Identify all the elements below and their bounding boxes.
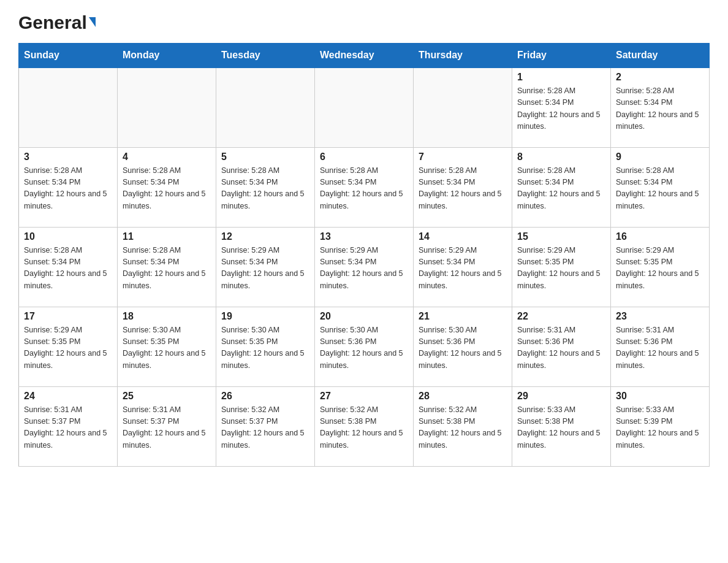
header-saturday: Saturday: [611, 44, 710, 68]
table-row: 16Sunrise: 5:29 AM Sunset: 5:35 PM Dayli…: [611, 227, 710, 307]
day-info: Sunrise: 5:32 AM Sunset: 5:38 PM Dayligh…: [320, 404, 408, 452]
calendar-week-row: 10Sunrise: 5:28 AM Sunset: 5:34 PM Dayli…: [19, 227, 710, 307]
table-row: 29Sunrise: 5:33 AM Sunset: 5:38 PM Dayli…: [512, 386, 611, 466]
table-row: 28Sunrise: 5:32 AM Sunset: 5:38 PM Dayli…: [414, 386, 512, 466]
table-row: 10Sunrise: 5:28 AM Sunset: 5:34 PM Dayli…: [19, 227, 118, 307]
weekday-header-row: Sunday Monday Tuesday Wednesday Thursday…: [19, 44, 710, 68]
table-row: 30Sunrise: 5:33 AM Sunset: 5:39 PM Dayli…: [611, 386, 710, 466]
day-number: 9: [616, 151, 704, 163]
day-info: Sunrise: 5:33 AM Sunset: 5:38 PM Dayligh…: [517, 404, 605, 452]
day-info: Sunrise: 5:28 AM Sunset: 5:34 PM Dayligh…: [221, 165, 309, 213]
day-info: Sunrise: 5:28 AM Sunset: 5:34 PM Dayligh…: [419, 165, 507, 213]
table-row: 15Sunrise: 5:29 AM Sunset: 5:35 PM Dayli…: [512, 227, 611, 307]
day-info: Sunrise: 5:29 AM Sunset: 5:35 PM Dayligh…: [517, 245, 605, 293]
day-number: 15: [517, 231, 605, 242]
calendar-week-row: 24Sunrise: 5:31 AM Sunset: 5:37 PM Dayli…: [19, 386, 710, 466]
day-info: Sunrise: 5:31 AM Sunset: 5:36 PM Dayligh…: [517, 324, 605, 372]
day-number: 16: [616, 231, 704, 242]
logo-general-text: General: [18, 12, 87, 33]
table-row: [414, 67, 512, 147]
day-number: 18: [123, 311, 211, 322]
table-row: 25Sunrise: 5:31 AM Sunset: 5:37 PM Dayli…: [118, 386, 216, 466]
table-row: 5Sunrise: 5:28 AM Sunset: 5:34 PM Daylig…: [216, 147, 315, 227]
day-info: Sunrise: 5:28 AM Sunset: 5:34 PM Dayligh…: [517, 165, 605, 213]
table-row: 3Sunrise: 5:28 AM Sunset: 5:34 PM Daylig…: [19, 147, 118, 227]
day-number: 10: [24, 231, 112, 242]
day-number: 4: [123, 151, 211, 163]
day-number: 28: [419, 391, 507, 402]
table-row: 26Sunrise: 5:32 AM Sunset: 5:37 PM Dayli…: [216, 386, 315, 466]
table-row: 8Sunrise: 5:28 AM Sunset: 5:34 PM Daylig…: [512, 147, 611, 227]
table-row: 11Sunrise: 5:28 AM Sunset: 5:34 PM Dayli…: [118, 227, 216, 307]
table-row: 1Sunrise: 5:28 AM Sunset: 5:34 PM Daylig…: [512, 67, 611, 147]
day-number: 27: [320, 391, 408, 402]
table-row: 24Sunrise: 5:31 AM Sunset: 5:37 PM Dayli…: [19, 386, 118, 466]
table-row: 21Sunrise: 5:30 AM Sunset: 5:36 PM Dayli…: [414, 307, 512, 386]
table-row: 13Sunrise: 5:29 AM Sunset: 5:34 PM Dayli…: [315, 227, 414, 307]
day-info: Sunrise: 5:32 AM Sunset: 5:37 PM Dayligh…: [221, 404, 309, 452]
day-number: 12: [221, 231, 309, 242]
day-number: 25: [123, 391, 211, 402]
day-number: 6: [320, 151, 408, 163]
header-tuesday: Tuesday: [216, 44, 315, 68]
day-number: 11: [123, 231, 211, 242]
calendar-table: Sunday Monday Tuesday Wednesday Thursday…: [18, 43, 710, 467]
day-number: 26: [221, 391, 309, 402]
day-info: Sunrise: 5:32 AM Sunset: 5:38 PM Dayligh…: [419, 404, 507, 452]
day-info: Sunrise: 5:29 AM Sunset: 5:34 PM Dayligh…: [320, 245, 408, 293]
table-row: 14Sunrise: 5:29 AM Sunset: 5:34 PM Dayli…: [414, 227, 512, 307]
table-row: 4Sunrise: 5:28 AM Sunset: 5:34 PM Daylig…: [118, 147, 216, 227]
day-info: Sunrise: 5:29 AM Sunset: 5:35 PM Dayligh…: [24, 324, 112, 372]
calendar-week-row: 17Sunrise: 5:29 AM Sunset: 5:35 PM Dayli…: [19, 307, 710, 386]
day-info: Sunrise: 5:28 AM Sunset: 5:34 PM Dayligh…: [320, 165, 408, 213]
day-number: 20: [320, 311, 408, 322]
header-thursday: Thursday: [414, 44, 512, 68]
day-number: 7: [419, 151, 507, 163]
day-number: 30: [616, 391, 704, 402]
table-row: 20Sunrise: 5:30 AM Sunset: 5:36 PM Dayli…: [315, 307, 414, 386]
table-row: [315, 67, 414, 147]
table-row: 18Sunrise: 5:30 AM Sunset: 5:35 PM Dayli…: [118, 307, 216, 386]
table-row: 9Sunrise: 5:28 AM Sunset: 5:34 PM Daylig…: [611, 147, 710, 227]
day-info: Sunrise: 5:31 AM Sunset: 5:36 PM Dayligh…: [616, 324, 704, 372]
day-info: Sunrise: 5:33 AM Sunset: 5:39 PM Dayligh…: [616, 404, 704, 452]
header-sunday: Sunday: [19, 44, 118, 68]
day-number: 1: [517, 72, 605, 83]
table-row: [19, 67, 118, 147]
day-number: 29: [517, 391, 605, 402]
day-info: Sunrise: 5:30 AM Sunset: 5:36 PM Dayligh…: [320, 324, 408, 372]
day-info: Sunrise: 5:30 AM Sunset: 5:35 PM Dayligh…: [221, 324, 309, 372]
day-info: Sunrise: 5:28 AM Sunset: 5:34 PM Dayligh…: [616, 165, 704, 213]
table-row: 2Sunrise: 5:28 AM Sunset: 5:34 PM Daylig…: [611, 67, 710, 147]
day-number: 21: [419, 311, 507, 322]
day-number: 17: [24, 311, 112, 322]
header: General: [18, 12, 710, 31]
day-info: Sunrise: 5:29 AM Sunset: 5:34 PM Dayligh…: [419, 245, 507, 293]
day-info: Sunrise: 5:31 AM Sunset: 5:37 PM Dayligh…: [123, 404, 211, 452]
table-row: 12Sunrise: 5:29 AM Sunset: 5:34 PM Dayli…: [216, 227, 315, 307]
day-number: 24: [24, 391, 112, 402]
day-info: Sunrise: 5:28 AM Sunset: 5:34 PM Dayligh…: [616, 85, 704, 133]
day-info: Sunrise: 5:28 AM Sunset: 5:34 PM Dayligh…: [123, 165, 211, 213]
table-row: 27Sunrise: 5:32 AM Sunset: 5:38 PM Dayli…: [315, 386, 414, 466]
day-number: 2: [616, 72, 704, 83]
header-monday: Monday: [118, 44, 216, 68]
day-info: Sunrise: 5:28 AM Sunset: 5:34 PM Dayligh…: [517, 85, 605, 133]
table-row: [118, 67, 216, 147]
table-row: 22Sunrise: 5:31 AM Sunset: 5:36 PM Dayli…: [512, 307, 611, 386]
logo: General: [18, 12, 96, 31]
calendar-week-row: 3Sunrise: 5:28 AM Sunset: 5:34 PM Daylig…: [19, 147, 710, 227]
day-info: Sunrise: 5:29 AM Sunset: 5:34 PM Dayligh…: [221, 245, 309, 293]
day-number: 19: [221, 311, 309, 322]
day-info: Sunrise: 5:30 AM Sunset: 5:36 PM Dayligh…: [419, 324, 507, 372]
calendar-week-row: 1Sunrise: 5:28 AM Sunset: 5:34 PM Daylig…: [19, 67, 710, 147]
header-friday: Friday: [512, 44, 611, 68]
day-info: Sunrise: 5:28 AM Sunset: 5:34 PM Dayligh…: [123, 245, 211, 293]
table-row: 23Sunrise: 5:31 AM Sunset: 5:36 PM Dayli…: [611, 307, 710, 386]
table-row: 17Sunrise: 5:29 AM Sunset: 5:35 PM Dayli…: [19, 307, 118, 386]
table-row: 7Sunrise: 5:28 AM Sunset: 5:34 PM Daylig…: [414, 147, 512, 227]
table-row: [216, 67, 315, 147]
day-info: Sunrise: 5:30 AM Sunset: 5:35 PM Dayligh…: [123, 324, 211, 372]
day-info: Sunrise: 5:28 AM Sunset: 5:34 PM Dayligh…: [24, 165, 112, 213]
day-number: 14: [419, 231, 507, 242]
